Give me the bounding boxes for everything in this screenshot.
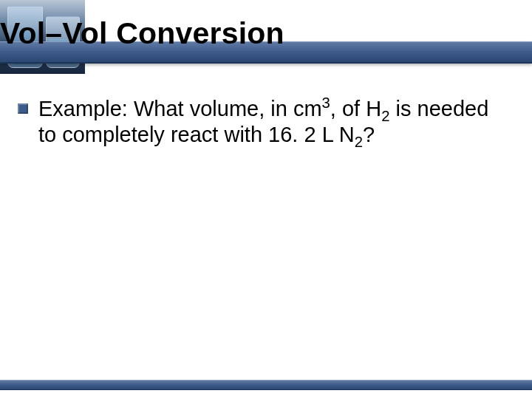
subscript: 2: [355, 134, 363, 150]
subscript: 2: [381, 108, 389, 124]
bullet-item: Example: What volume, in cm3, of H2 is n…: [18, 96, 505, 149]
slide-header: Vol–Vol Conversion: [0, 0, 532, 74]
slide-body: Example: What volume, in cm3, of H2 is n…: [0, 74, 532, 399]
footer-accent-bar: [0, 380, 532, 390]
bullet-square-icon: [18, 103, 28, 114]
slide: Vol–Vol Conversion Example: What volume,…: [0, 0, 532, 399]
bullet-text: Example: What volume, in cm3, of H2 is n…: [38, 96, 505, 149]
text-segment: Example: What volume, in cm: [38, 97, 322, 120]
superscript: 3: [322, 95, 330, 111]
slide-title: Vol–Vol Conversion: [0, 18, 284, 50]
text-segment: , of H: [330, 97, 381, 120]
text-segment: ?: [363, 123, 375, 146]
